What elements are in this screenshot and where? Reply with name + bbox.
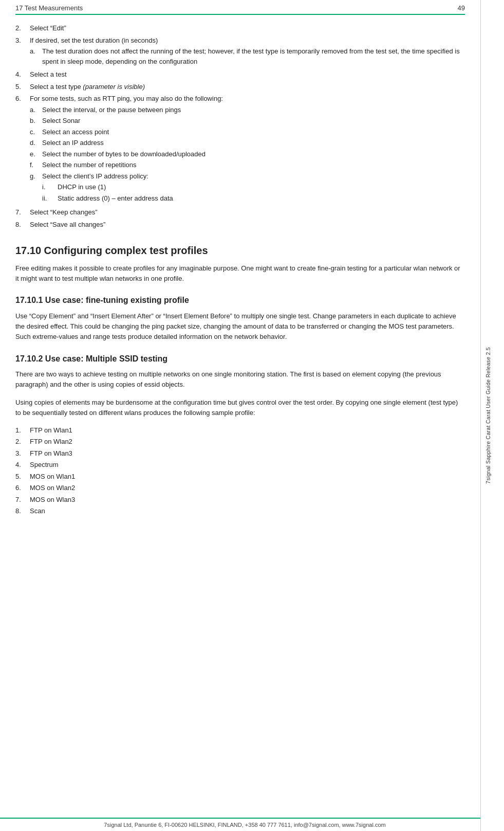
list-item-6: 6. For some tests, such as RTT ping, you…: [15, 94, 465, 205]
list-num-2: 2.: [15, 23, 30, 33]
sub-item-6g: g. Select the client’s IP address policy…: [30, 171, 465, 205]
sub-sub-item-6gii: ii. Static address (0) – enter address d…: [42, 193, 173, 204]
section-17-10-2-title: 17.10.2 Use case: Multiple SSID testing: [15, 354, 465, 365]
section-17-10-2-paragraph2: Using copies of elements may be burdenso…: [15, 398, 465, 418]
sample-list-item: 8.Scan: [15, 506, 465, 516]
list-content-3: If desired, set the test duration (in se…: [30, 35, 465, 68]
sub-list-3: a. The test duration does not affect the…: [30, 46, 465, 66]
page-header: 17 Test Measurements 49: [15, 0, 465, 15]
sub-item-6b: b. Select Sonar: [30, 116, 465, 126]
list-content-4: Select a test: [30, 69, 465, 80]
list-content-8: Select “Save all changes”: [30, 220, 465, 230]
page-footer: 7signal Ltd, Panuntie 6, FI-00620 HELSIN…: [0, 818, 490, 831]
section-17-10-1-title: 17.10.1 Use case: fine-tuning existing p…: [15, 295, 465, 306]
sub-sub-item-6gi: i. DHCP in use (1): [42, 182, 173, 192]
sub-item-6a: a. Select the interval, or the pause bet…: [30, 105, 465, 115]
sub-item-6d: d. Select an IP address: [30, 138, 465, 148]
list-num-4: 4.: [15, 69, 30, 80]
list-num-6: 6.: [15, 94, 30, 205]
sample-list-item: 6.MOS on Wlan2: [15, 483, 465, 493]
intro-list: 2. Select “Edit” 3. If desired, set the …: [15, 23, 465, 229]
list-item-7: 7. Select “Keep changes”: [15, 207, 465, 218]
list-num-5: 5.: [15, 82, 30, 92]
list-num-7: 7.: [15, 207, 30, 218]
list-item-5: 5. Select a test type (parameter is visi…: [15, 82, 465, 92]
side-label-bar: 7signal Sapphire Carat Carat User Guide …: [480, 0, 495, 831]
list-item-8: 8. Select “Save all changes”: [15, 220, 465, 230]
list-item-3: 3. If desired, set the test duration (in…: [15, 35, 465, 68]
sub-sub-list-6g: i. DHCP in use (1) ii. Static address (0…: [42, 182, 173, 203]
side-label-text: 7signal Sapphire Carat Carat User Guide …: [485, 347, 491, 484]
section-17-10-title: 17.10 Configuring complex test profiles: [15, 244, 465, 257]
list-content-2: Select “Edit”: [30, 23, 465, 33]
list-content-7: Select “Keep changes”: [30, 207, 465, 218]
sub-item-6c: c. Select an access point: [30, 127, 465, 137]
sample-list-item: 5.MOS on Wlan1: [15, 472, 465, 482]
sub-item-6e: e. Select the number of bytes to be down…: [30, 149, 465, 159]
header-page-number: 49: [458, 4, 465, 12]
list-num-3: 3.: [15, 35, 30, 68]
section-17-10-2-paragraph1: There are two ways to achieve testing on…: [15, 369, 465, 390]
sample-list-item: 3.FTP on Wlan3: [15, 448, 465, 459]
list-content-5: Select a test type (parameter is visible…: [30, 82, 465, 92]
list-num-8: 8.: [15, 220, 30, 230]
sample-list-item: 2.FTP on Wlan2: [15, 437, 465, 447]
sub-item-6f: f. Select the number of repetitions: [30, 160, 465, 170]
list-item-4: 4. Select a test: [15, 69, 465, 80]
sub-list-6: a. Select the interval, or the pause bet…: [30, 105, 465, 205]
list-content-6: For some tests, such as RTT ping, you ma…: [30, 94, 465, 205]
section-17-10-1-paragraph: Use “Copy Element” and “Insert Element A…: [15, 311, 465, 342]
sub-item-3a: a. The test duration does not affect the…: [30, 46, 465, 66]
header-title: 17 Test Measurements: [15, 4, 83, 12]
sample-list-item: 7.MOS on Wlan3: [15, 495, 465, 505]
list-item-2: 2. Select “Edit”: [15, 23, 465, 33]
sample-list-item: 4.Spectrum: [15, 460, 465, 470]
section-17-10-paragraph: Free editing makes it possible to create…: [15, 263, 465, 284]
sample-profile-list: 1.FTP on Wlan12.FTP on Wlan23.FTP on Wla…: [15, 425, 465, 516]
sample-list-item: 1.FTP on Wlan1: [15, 425, 465, 436]
footer-text: 7signal Ltd, Panuntie 6, FI-00620 HELSIN…: [104, 822, 385, 828]
